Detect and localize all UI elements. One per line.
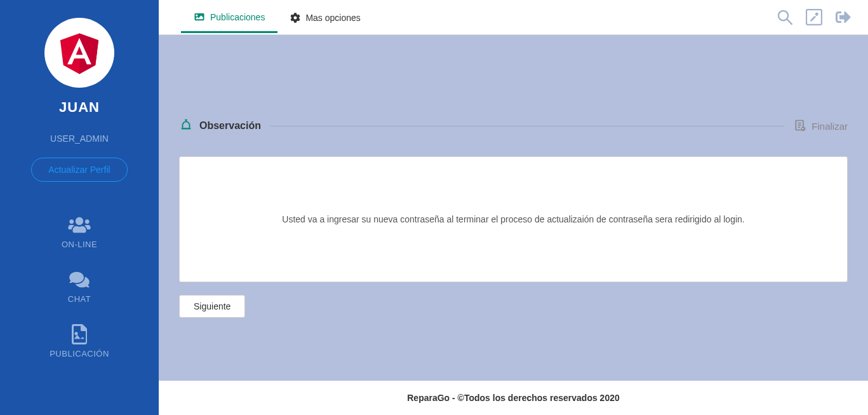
checklist-icon — [794, 119, 806, 133]
search-icon — [777, 9, 793, 25]
sidebar: JUAN USER_ADMIN Actualizar Perfil ON-LIN… — [0, 0, 159, 415]
observation-text: Usted va a ingresar su nueva contraseña … — [199, 214, 828, 224]
footer-text: ReparaGo - ©Todos los derechos reservado… — [407, 393, 620, 403]
sidebar-nav: ON-LINE CHAT PUBLICACIÓN — [0, 214, 159, 358]
users-icon — [68, 214, 91, 236]
alert-icon — [179, 118, 193, 134]
section-title: Observación — [199, 120, 261, 132]
sidebar-item-publicacion[interactable]: PUBLICACIÓN — [50, 323, 109, 358]
section-header: Observación Finalizar — [179, 118, 848, 134]
sidebar-item-label: ON-LINE — [62, 240, 97, 249]
footer: ReparaGo - ©Todos los derechos reservado… — [159, 381, 868, 415]
finalize-label: Finalizar — [811, 121, 848, 132]
finalize-button[interactable]: Finalizar — [794, 119, 848, 133]
sidebar-item-label: CHAT — [68, 294, 91, 304]
main: Publicaciones Mas opciones — [159, 0, 868, 415]
tools-button[interactable] — [805, 8, 823, 26]
topbar: Publicaciones Mas opciones — [159, 0, 868, 35]
image-icon — [194, 12, 205, 22]
avatar — [44, 18, 114, 88]
tab-mas-opciones[interactable]: Mas opciones — [277, 3, 373, 32]
svg-line-3 — [787, 19, 792, 24]
chat-icon — [68, 268, 91, 291]
sidebar-item-label: PUBLICACIÓN — [50, 349, 109, 358]
tab-publicaciones[interactable]: Publicaciones — [181, 2, 277, 33]
divider — [270, 126, 784, 126]
user-role: USER_ADMIN — [50, 133, 109, 144]
tab-label: Publicaciones — [210, 12, 265, 22]
observation-card: Usted va a ingresar su nueva contraseña … — [179, 156, 848, 282]
logout-icon — [835, 10, 851, 25]
wrench-icon — [806, 9, 822, 25]
sidebar-item-chat[interactable]: CHAT — [68, 268, 91, 304]
section-left: Observación — [179, 118, 261, 134]
angular-logo-icon — [54, 27, 105, 78]
sidebar-item-online[interactable]: ON-LINE — [62, 214, 97, 249]
content-inner: Observación Finalizar — [159, 35, 868, 381]
tab-label: Mas opciones — [305, 13, 360, 23]
topbar-right — [776, 8, 852, 26]
next-button[interactable]: Siguiente — [179, 295, 245, 318]
file-image-icon — [68, 323, 91, 346]
gear-icon — [290, 13, 300, 23]
user-name: JUAN — [59, 99, 100, 116]
update-profile-button[interactable]: Actualizar Perfil — [31, 158, 127, 182]
content-area: Observación Finalizar — [159, 35, 868, 415]
logout-button[interactable] — [834, 8, 852, 26]
svg-marker-1 — [79, 34, 98, 74]
search-button[interactable] — [776, 8, 794, 26]
